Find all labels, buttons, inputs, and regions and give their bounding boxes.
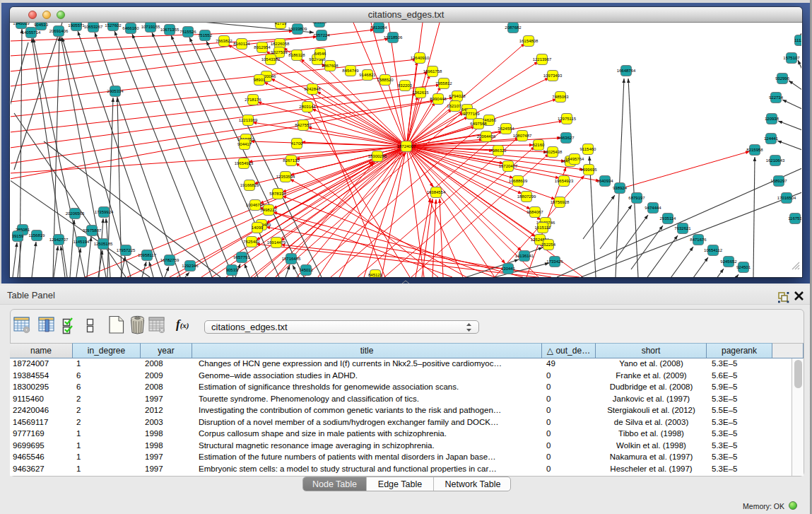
svg-text:16914479: 16914479 — [267, 240, 286, 245]
svg-text:7357224: 7357224 — [313, 33, 330, 37]
svg-text:14099: 14099 — [252, 226, 264, 230]
svg-text:7485063: 7485063 — [552, 95, 569, 99]
svg-text:64546: 64546 — [314, 52, 326, 56]
svg-text:14136141: 14136141 — [515, 254, 534, 258]
svg-text:1527602: 1527602 — [105, 23, 122, 28]
svg-text:6794028: 6794028 — [449, 94, 466, 98]
svg-text:9146821: 9146821 — [359, 73, 376, 77]
svg-text:252254: 252254 — [541, 243, 556, 247]
svg-text:11123: 11123 — [794, 38, 801, 42]
svg-text:8186328: 8186328 — [288, 53, 305, 57]
svg-text:8990448: 8990448 — [430, 97, 447, 101]
svg-text:904533: 904533 — [34, 23, 49, 27]
svg-text:932996: 932996 — [775, 76, 790, 81]
svg-text:20206565: 20206565 — [66, 211, 85, 216]
svg-text:10671355: 10671355 — [160, 28, 180, 32]
svg-text:904417: 904417 — [237, 142, 252, 146]
svg-text:16495764: 16495764 — [565, 157, 584, 161]
svg-text:922734: 922734 — [769, 95, 784, 100]
svg-text:3624554: 3624554 — [498, 127, 514, 131]
svg-text:10654112: 10654112 — [704, 248, 723, 252]
svg-text:9657791: 9657791 — [233, 255, 250, 259]
svg-text:6466160: 6466160 — [122, 26, 139, 30]
svg-text:845121: 845121 — [368, 273, 383, 277]
svg-text:130441: 130441 — [501, 267, 516, 271]
svg-text:10688609: 10688609 — [509, 179, 528, 183]
svg-text:9115460: 9115460 — [580, 147, 597, 151]
svg-text:98901: 98901 — [254, 78, 266, 82]
svg-text:1905571: 1905571 — [68, 23, 85, 28]
svg-text:751552: 751552 — [198, 33, 213, 37]
svg-text:18226058: 18226058 — [271, 42, 290, 46]
svg-text:2867608: 2867608 — [322, 64, 339, 68]
svg-text:120938: 120938 — [765, 117, 779, 121]
svg-text:1156819: 1156819 — [29, 233, 46, 238]
svg-text:124441: 124441 — [764, 136, 779, 141]
svg-text:19654923: 19654923 — [555, 179, 574, 183]
svg-text:145012: 145012 — [299, 268, 314, 272]
svg-text:2087682: 2087682 — [505, 25, 522, 30]
svg-text:8813054: 8813054 — [370, 25, 387, 30]
svg-text:10973493: 10973493 — [543, 74, 563, 78]
svg-text:5498222: 5498222 — [260, 208, 277, 212]
svg-text:13640910: 13640910 — [411, 56, 430, 60]
svg-text:10025438: 10025438 — [543, 150, 563, 154]
svg-text:7632621: 7632621 — [674, 226, 691, 230]
svg-text:8267130: 8267130 — [283, 158, 300, 163]
svg-text:19654923: 19654923 — [235, 161, 254, 165]
svg-text:2803144: 2803144 — [299, 105, 316, 109]
svg-text:15720407: 15720407 — [499, 164, 518, 168]
svg-text:12505185: 12505185 — [94, 242, 113, 246]
svg-text:16648764: 16648764 — [617, 69, 636, 73]
svg-text:1588520: 1588520 — [377, 78, 394, 82]
svg-text:6879197: 6879197 — [628, 196, 645, 200]
svg-text:1292346: 1292346 — [182, 264, 199, 268]
svg-text:12213967: 12213967 — [533, 57, 552, 62]
svg-text:12353594: 12353594 — [276, 175, 295, 179]
svg-text:17016504: 17016504 — [777, 196, 796, 200]
svg-text:15716485: 15716485 — [282, 257, 301, 261]
svg-text:7986322: 7986322 — [490, 148, 507, 153]
svg-text:1640934: 1640934 — [596, 179, 613, 183]
svg-text:8160124: 8160124 — [233, 42, 250, 46]
svg-text:8215958: 8215958 — [746, 148, 763, 152]
svg-text:12213369: 12213369 — [239, 118, 258, 122]
svg-text:2905334: 2905334 — [107, 89, 124, 93]
svg-text:16033809: 16033809 — [288, 27, 307, 31]
svg-text:16210643: 16210643 — [766, 158, 785, 163]
svg-text:10543382: 10543382 — [261, 57, 281, 62]
svg-text:7663822: 7663822 — [216, 39, 233, 43]
svg-text:20364436: 20364436 — [477, 134, 496, 139]
svg-text:6497568: 6497568 — [470, 122, 487, 126]
svg-text:1345019: 1345019 — [13, 23, 30, 25]
svg-text:10653267: 10653267 — [84, 25, 103, 29]
svg-text:90533: 90533 — [226, 268, 238, 272]
svg-text:12942737: 12942737 — [49, 238, 69, 242]
svg-text:18724007: 18724007 — [397, 144, 416, 148]
svg-text:14055714: 14055714 — [22, 30, 41, 35]
svg-text:62160: 62160 — [533, 143, 545, 147]
svg-text:8471676: 8471676 — [690, 238, 707, 242]
svg-text:39159: 39159 — [12, 234, 24, 238]
svg-text:8912954: 8912954 — [254, 45, 271, 49]
svg-text:10958117: 10958117 — [138, 253, 157, 257]
svg-text:10807487: 10807487 — [513, 134, 532, 138]
svg-text:10046705: 10046705 — [246, 203, 265, 207]
svg-text:30975887: 30975887 — [83, 228, 102, 233]
svg-text:920533: 920533 — [312, 23, 327, 24]
svg-text:1575107: 1575107 — [783, 56, 800, 60]
svg-text:19756928: 19756928 — [551, 200, 570, 204]
svg-text:19218506: 19218506 — [384, 35, 403, 40]
svg-text:1145194: 1145194 — [73, 240, 90, 244]
svg-text:41700: 41700 — [291, 141, 303, 146]
svg-text:8454749: 8454749 — [342, 69, 359, 73]
svg-text:9463627: 9463627 — [558, 136, 575, 140]
svg-text:2718176: 2718176 — [245, 98, 261, 102]
svg-text:5878334: 5878334 — [269, 192, 286, 196]
svg-text:18807299: 18807299 — [517, 194, 536, 199]
svg-text:17359924: 17359924 — [95, 210, 114, 214]
svg-text:1362615: 1362615 — [412, 90, 429, 95]
svg-text:20691406: 20691406 — [49, 29, 69, 33]
svg-text:7955812: 7955812 — [435, 81, 452, 86]
svg-text:9684067: 9684067 — [526, 210, 543, 214]
